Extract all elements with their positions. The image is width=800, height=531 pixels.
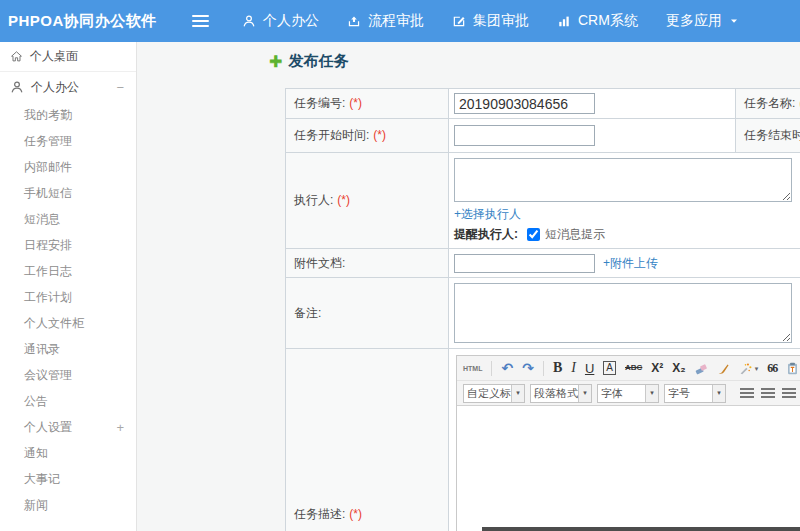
underline-button[interactable]: U xyxy=(585,362,594,375)
nav-item-label: CRM系统 xyxy=(578,12,638,30)
eraser-icon[interactable] xyxy=(695,362,708,375)
remark-label: 备注: xyxy=(294,306,321,320)
expand-toggle-icon[interactable]: − xyxy=(116,81,124,94)
nav-item-label: 集团审批 xyxy=(473,12,529,30)
page-title: 发布任务 xyxy=(288,52,348,71)
nav-item[interactable]: 个人办公 xyxy=(236,0,325,42)
sidebar-item[interactable]: 我的考勤 xyxy=(0,102,136,128)
end-time-label: 任务结束时间: xyxy=(744,128,800,142)
nav-item[interactable]: CRM系统 xyxy=(551,0,644,42)
editor-dropdown[interactable]: 段落格式 ▾ xyxy=(530,384,592,403)
dropdown-selected-value: 自定义标题 xyxy=(464,385,511,402)
nav-item[interactable]: 更多应用 xyxy=(660,0,745,42)
sidebar-item[interactable]: 大事记 xyxy=(0,466,136,492)
align-left-icon[interactable] xyxy=(740,388,754,399)
align-center-icon[interactable] xyxy=(761,388,775,399)
editor-content-area[interactable] xyxy=(457,406,800,531)
italic-button[interactable]: I xyxy=(571,361,576,375)
editor-dropdown[interactable]: 自定义标题 ▾ xyxy=(463,384,525,403)
bold-button[interactable]: B xyxy=(553,361,562,375)
sidebar-item-label: 通讯录 xyxy=(24,341,60,358)
sidebar-item[interactable]: 通讯录 xyxy=(0,336,136,362)
redo-icon[interactable]: ↷ xyxy=(522,361,534,375)
app-logo: PHPOA协同办公软件 xyxy=(8,12,158,31)
sidebar-item[interactable]: 新闻 xyxy=(0,492,136,518)
nav-item[interactable]: 集团审批 xyxy=(446,0,535,42)
sidebar-item-label: 工作计划 xyxy=(24,289,72,306)
sidebar-item-label: 个人设置 xyxy=(24,419,72,436)
home-icon xyxy=(10,50,23,63)
nav-item-label: 流程审批 xyxy=(368,12,424,30)
sidebar-item[interactable]: 个人桌面 xyxy=(0,42,136,72)
hamburger-menu-icon[interactable] xyxy=(192,13,210,29)
magic-wand-icon[interactable]: ▾ xyxy=(739,362,759,375)
caret-down-icon[interactable]: ▾ xyxy=(712,385,725,402)
start-time-input[interactable] xyxy=(454,125,595,146)
sidebar-item[interactable]: 个人设置 + xyxy=(0,414,136,440)
sidebar-item-label: 工作日志 xyxy=(24,263,72,280)
font-background-button[interactable]: A xyxy=(603,361,616,375)
bottom-bar xyxy=(482,527,800,531)
add-plus-icon: ✚ xyxy=(269,54,282,70)
nav-item[interactable]: 流程审批 xyxy=(341,0,430,42)
start-time-field-cell xyxy=(449,119,736,153)
alignment-buttons xyxy=(740,388,800,399)
sidebar-item[interactable]: 任务管理 xyxy=(0,128,136,154)
editor-dropdown[interactable]: 字体 ▾ xyxy=(597,384,659,403)
subscript-button[interactable]: X₂ xyxy=(672,362,685,374)
sidebar-item-label: 通知 xyxy=(24,445,48,462)
paste-text-icon[interactable] xyxy=(786,362,799,375)
main-content: ✚ 发布任务 任务编号:(*) 任务名称:(*) 任务开始时间:(*) xyxy=(138,42,800,531)
editor-toolbar-row2: 自定义标题 ▾ 段落格式 ▾ 字体 ▾ 字号 xyxy=(457,381,800,406)
attachment-label: 附件文档: xyxy=(294,256,345,270)
blockquote-button[interactable]: 66 xyxy=(767,362,777,374)
align-right-icon[interactable] xyxy=(782,388,796,399)
executor-textarea[interactable] xyxy=(454,158,792,202)
task-no-label-cell: 任务编号:(*) xyxy=(286,89,449,119)
sidebar-item[interactable]: 手机短信 xyxy=(0,180,136,206)
sidebar-item[interactable]: 公告 xyxy=(0,388,136,414)
choose-executor-link[interactable]: +选择执行人 xyxy=(454,207,521,221)
remark-textarea[interactable] xyxy=(454,283,792,343)
sidebar-item[interactable]: 工作计划 xyxy=(0,284,136,310)
task-no-label: 任务编号: xyxy=(294,96,345,110)
executor-field-cell: +选择执行人 提醒执行人: 短消息提示 xyxy=(449,153,800,249)
strikethrough-button[interactable]: ABC xyxy=(625,364,642,372)
description-label: 任务描述: xyxy=(294,507,345,521)
attachment-input[interactable] xyxy=(454,254,595,273)
undo-icon[interactable]: ↶ xyxy=(501,361,513,375)
caret-down-icon[interactable]: ▾ xyxy=(645,385,658,402)
sidebar-item-label: 公告 xyxy=(24,393,48,410)
sidebar-item-label: 新闻 xyxy=(24,497,48,514)
sidebar-item[interactable]: 日程安排 xyxy=(0,232,136,258)
sidebar-item[interactable]: 会议管理 xyxy=(0,362,136,388)
table-row: 任务描述:(*) HTML ↶ ↷ B I U A xyxy=(286,349,800,531)
editor-dropdown[interactable]: 字号 ▾ xyxy=(664,384,726,403)
sidebar-item[interactable]: 通知 xyxy=(0,440,136,466)
superscript-button[interactable]: X² xyxy=(651,362,663,374)
html-source-button[interactable]: HTML xyxy=(463,365,482,372)
task-no-input[interactable] xyxy=(454,93,595,114)
flow-icon xyxy=(347,14,361,28)
dropdown-selected-value: 段落格式 xyxy=(531,385,578,402)
sidebar-item[interactable]: 内部邮件 xyxy=(0,154,136,180)
brush-icon[interactable] xyxy=(717,362,730,375)
sidebar-item[interactable]: 短消息 xyxy=(0,206,136,232)
person-icon xyxy=(10,80,24,94)
sidebar-item[interactable]: 个人办公 − xyxy=(0,72,136,102)
sidebar-item[interactable]: 个人文件柜 xyxy=(0,310,136,336)
required-mark: (*) xyxy=(373,128,386,142)
caret-down-icon[interactable]: ▾ xyxy=(578,385,591,402)
sidebar-item[interactable]: 工作日志 xyxy=(0,258,136,284)
dropdown-selected-value: 字体 xyxy=(598,385,645,402)
sms-remind-option-label: 短消息提示 xyxy=(545,226,605,243)
nav-item-label: 个人办公 xyxy=(263,12,319,30)
attachment-upload-link[interactable]: +附件上传 xyxy=(603,255,658,272)
bar-chart-icon xyxy=(557,14,571,28)
sms-remind-checkbox[interactable] xyxy=(527,228,540,241)
editor-toolbar-row1: HTML ↶ ↷ B I U A ABC X² X₂ xyxy=(457,356,800,381)
caret-down-icon[interactable]: ▾ xyxy=(511,385,524,402)
remark-field-cell xyxy=(449,278,800,349)
expand-toggle-icon[interactable]: + xyxy=(116,421,124,434)
description-field-cell: HTML ↶ ↷ B I U A ABC X² X₂ xyxy=(449,349,800,531)
